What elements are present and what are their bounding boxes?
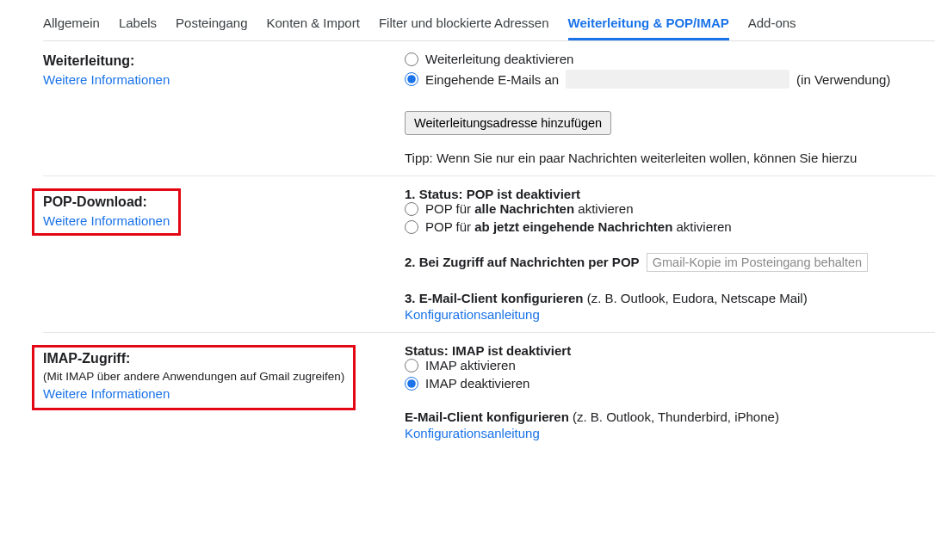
pop-all-label[interactable]: POP für alle Nachrichten aktivieren: [425, 201, 634, 216]
pop-all-radio[interactable]: [405, 202, 418, 216]
imap-title: IMAP-Zugriff:: [43, 351, 130, 366]
pop-status-label: 1. Status:: [405, 187, 463, 201]
pop-access-label: 2. Bei Zugriff auf Nachrichten per POP: [405, 255, 640, 269]
tab-labels[interactable]: Labels: [119, 9, 157, 40]
forwarding-title: Weiterleitung:: [43, 53, 134, 68]
pop-more-info-link[interactable]: Weitere Informationen: [43, 213, 170, 228]
forwarding-tip: Tipp: Wenn Sie nur ein paar Nachrichten …: [405, 151, 935, 165]
pop-highlight-box: POP-Download: Weitere Informationen: [32, 188, 181, 236]
imap-subtitle: (Mit IMAP über andere Anwendungen auf Gm…: [43, 370, 344, 383]
section-forwarding: Weiterleitung: Weitere Informationen Wei…: [43, 41, 935, 176]
forwarding-disable-radio[interactable]: [405, 52, 418, 66]
tab-addons[interactable]: Add-ons: [748, 9, 796, 40]
pop-new-label[interactable]: POP für ab jetzt eingehende Nachrichten …: [425, 219, 732, 234]
pop-config-link[interactable]: Konfigurationsanleitung: [405, 307, 935, 322]
pop-client-label: 3. E-Mail-Client konfigurieren: [405, 291, 584, 305]
section-pop: POP-Download: Weitere Informationen 1. S…: [43, 176, 935, 333]
tab-konten-import[interactable]: Konten & Import: [266, 9, 359, 40]
imap-enable-label[interactable]: IMAP aktivieren: [425, 358, 516, 372]
forwarding-incoming-label[interactable]: Eingehende E-Mails an: [425, 72, 559, 87]
forwarding-address-field[interactable]: [566, 70, 789, 89]
pop-status-value: POP ist deaktiviert: [467, 187, 580, 201]
section-imap: IMAP-Zugriff: (Mit IMAP über andere Anwe…: [43, 333, 935, 451]
settings-tabs: Allgemein Labels Posteingang Konten & Im…: [43, 9, 935, 41]
add-forwarding-address-button[interactable]: Weiterleitungsadresse hinzufügen: [405, 111, 611, 135]
forwarding-in-use-label: (in Verwendung): [796, 72, 890, 87]
pop-title: POP-Download:: [43, 194, 147, 209]
imap-disable-label[interactable]: IMAP deaktivieren: [425, 376, 529, 391]
tab-forwarding-pop-imap[interactable]: Weiterleitung & POP/IMAP: [568, 9, 729, 40]
forwarding-disable-label[interactable]: Weiterleitung deaktivieren: [425, 52, 573, 66]
pop-new-radio[interactable]: [405, 220, 418, 234]
pop-keep-copy-select[interactable]: Gmail-Kopie im Posteingang behalten: [647, 253, 868, 272]
imap-status-value: IMAP ist deaktiviert: [452, 343, 571, 358]
imap-more-info-link[interactable]: Weitere Informationen: [43, 386, 344, 401]
imap-client-eg: (z. B. Outlook, Thunderbird, iPhone): [569, 409, 779, 424]
tab-filter[interactable]: Filter und blockierte Adressen: [379, 9, 549, 40]
tab-posteingang[interactable]: Posteingang: [176, 9, 247, 40]
forwarding-more-info-link[interactable]: Weitere Informationen: [43, 72, 405, 87]
imap-client-label: E-Mail-Client konfigurieren: [405, 409, 569, 424]
imap-highlight-box: IMAP-Zugriff: (Mit IMAP über andere Anwe…: [32, 345, 356, 410]
imap-config-link[interactable]: Konfigurationsanleitung: [405, 426, 935, 440]
tab-allgemein[interactable]: Allgemein: [43, 9, 100, 40]
imap-status-label: Status:: [405, 343, 449, 358]
pop-client-eg: (z. B. Outlook, Eudora, Netscape Mail): [584, 291, 808, 305]
imap-disable-radio[interactable]: [405, 377, 418, 391]
forwarding-incoming-radio[interactable]: [405, 72, 418, 86]
imap-enable-radio[interactable]: [405, 359, 418, 372]
